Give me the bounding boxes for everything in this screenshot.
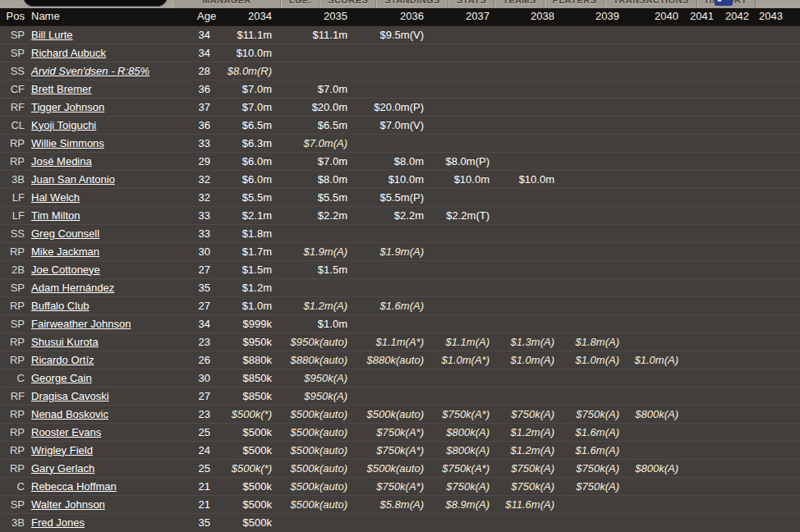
- column-header-pos[interactable]: Pos: [0, 8, 26, 25]
- salary-cell: [427, 513, 493, 531]
- salary-cell: [623, 25, 682, 44]
- menu-item-players[interactable]: PLAYERS: [545, 0, 605, 8]
- column-header-2041[interactable]: 2041: [682, 8, 717, 25]
- column-header-name[interactable]: Name: [26, 8, 197, 25]
- player-link[interactable]: Joe Cottoneye: [31, 264, 100, 276]
- player-link[interactable]: Shusui Kurota: [31, 336, 99, 348]
- salary-cell: [493, 224, 558, 242]
- salary-cell: [558, 314, 623, 332]
- name-cell: Shusui Kurota: [26, 332, 197, 351]
- player-link[interactable]: Mike Jackman: [31, 245, 99, 258]
- salary-cell: $750k(A*): [351, 441, 427, 459]
- salary-cell: [682, 314, 717, 332]
- column-header-age[interactable]: Age: [197, 8, 214, 25]
- salary-cell: [682, 44, 717, 62]
- salary-cell: $1.2m: [214, 278, 275, 296]
- player-link[interactable]: Bill Lurte: [31, 29, 73, 41]
- salary-cell: [558, 188, 623, 206]
- player-link[interactable]: Willie Simmons: [31, 137, 104, 149]
- player-link[interactable]: Hal Welch: [31, 191, 80, 204]
- pos-cell: C: [0, 477, 26, 495]
- pos-cell: SP: [0, 278, 26, 296]
- player-link[interactable]: Adam Hernández: [31, 282, 114, 294]
- salary-cell: [752, 98, 786, 116]
- name-cell: Fred Jones: [26, 513, 197, 531]
- player-link[interactable]: Buffalo Club: [31, 300, 90, 312]
- age-cell: 33: [197, 224, 214, 242]
- salary-cell: [717, 332, 752, 351]
- salary-cell: [717, 296, 752, 314]
- column-header-2042[interactable]: 2042: [717, 8, 752, 25]
- player-link[interactable]: Rebecca Hoffman: [31, 480, 117, 493]
- menu-item-teams[interactable]: TEAMS: [494, 0, 545, 8]
- player-link[interactable]: Kyoji Toiguchi: [31, 119, 96, 131]
- salary-cell: $500k: [214, 495, 275, 513]
- menu-item-stats[interactable]: STATS: [448, 0, 494, 8]
- table-row: 3BJuan San Antonio32$6.0m$8.0m$10.0m$10.…: [0, 170, 800, 188]
- pos-cell: RP: [0, 242, 26, 260]
- player-link[interactable]: Fred Jones: [31, 516, 85, 529]
- salary-cell: [558, 260, 623, 278]
- column-header-2034[interactable]: 2034: [214, 8, 275, 25]
- salary-cell: [623, 260, 682, 278]
- salary-cell: $950k(auto): [275, 332, 351, 351]
- player-link[interactable]: Arvid Sven'dsen - R:85%: [31, 65, 149, 77]
- player-link[interactable]: José Medina: [31, 155, 92, 167]
- row-filler: [786, 495, 800, 513]
- column-header-2037[interactable]: 2037: [427, 8, 493, 25]
- salary-cell: [558, 242, 623, 260]
- name-cell: Walter Johnson: [26, 495, 197, 513]
- player-link[interactable]: Greg Counsell: [31, 227, 99, 240]
- column-header-2036[interactable]: 2036: [351, 8, 427, 25]
- team-logo[interactable]: [23, 0, 168, 7]
- age-cell: 27: [197, 260, 214, 278]
- player-link[interactable]: George Cain: [31, 372, 92, 384]
- row-filler: [786, 405, 800, 423]
- menu-item-lge[interactable]: LGE.: [281, 0, 320, 8]
- age-cell: 27: [197, 296, 214, 314]
- player-link[interactable]: Nenad Boskovic: [31, 408, 108, 420]
- menu-item-standings[interactable]: STANDINGS: [376, 0, 448, 8]
- player-link[interactable]: Brett Bremer: [31, 83, 92, 95]
- salary-cell: [351, 369, 427, 387]
- age-cell: 26: [197, 351, 214, 369]
- player-link[interactable]: Juan San Antonio: [31, 173, 115, 186]
- player-link[interactable]: Ricardo Ortíz: [31, 354, 94, 366]
- salary-cell: [558, 152, 623, 170]
- name-cell: Ricardo Ortíz: [26, 351, 197, 369]
- league-icon[interactable]: [715, 0, 733, 6]
- salary-cell: [752, 369, 786, 387]
- column-header-2039[interactable]: 2039: [558, 8, 623, 25]
- column-header-2038[interactable]: 2038: [493, 8, 558, 25]
- player-link[interactable]: Dragisa Cavoski: [31, 390, 109, 402]
- table-row: RPWrigley Field24$500k$500k(auto)$750k(A…: [0, 441, 800, 459]
- menu-item-manager[interactable]: MANAGER: [172, 0, 281, 8]
- age-cell: 30: [197, 369, 214, 387]
- player-link[interactable]: Fairweather Johnson: [31, 318, 131, 330]
- salary-cell: $750k(A): [558, 477, 623, 495]
- player-link[interactable]: Rooster Evans: [31, 426, 101, 438]
- salary-cell: [558, 387, 623, 405]
- player-link[interactable]: Walter Johnson: [31, 498, 105, 511]
- column-header-2040[interactable]: 2040: [623, 8, 682, 25]
- salary-cell: [623, 80, 682, 98]
- menu-item-transactions[interactable]: TRANSACTIONS: [605, 0, 697, 8]
- player-link[interactable]: Gary Gerlach: [31, 462, 94, 475]
- salary-cell: [427, 134, 493, 152]
- age-cell: 21: [197, 477, 214, 495]
- salary-cell: [682, 224, 717, 242]
- menu-item-scores[interactable]: SCORES: [320, 0, 376, 8]
- player-link[interactable]: Richard Aubuck: [31, 47, 106, 59]
- column-header-2035[interactable]: 2035: [275, 8, 351, 25]
- pos-cell: LF: [0, 188, 26, 206]
- age-cell: 29: [197, 152, 214, 170]
- salary-cell: [623, 152, 682, 170]
- player-link[interactable]: Wrigley Field: [31, 444, 93, 456]
- player-link[interactable]: Tigger Johnson: [31, 101, 104, 113]
- salary-cell: [717, 513, 752, 531]
- app-window: MANAGERLGE.SCORESSTANDINGSSTATSTEAMSPLAY…: [0, 0, 800, 532]
- column-header-2043[interactable]: 2043: [752, 8, 786, 25]
- player-link[interactable]: Tim Milton: [31, 209, 80, 222]
- salary-cell: [752, 242, 786, 260]
- salary-cell: [427, 314, 493, 332]
